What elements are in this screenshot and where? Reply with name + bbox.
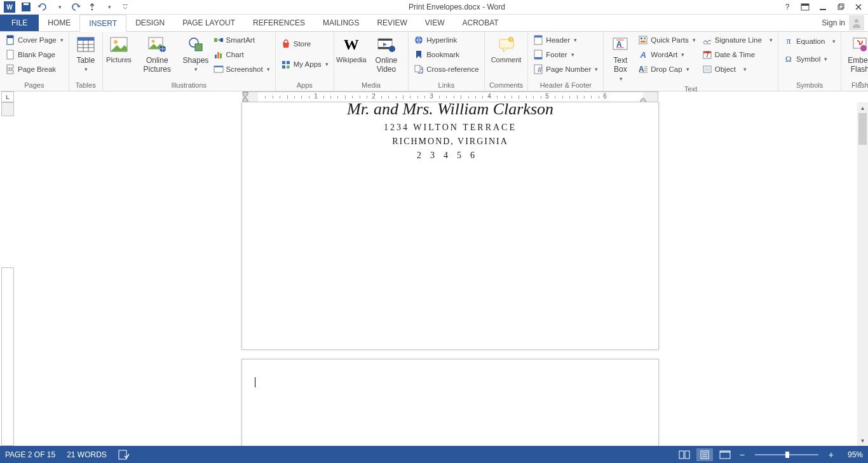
scroll-up-button[interactable]: ▴ xyxy=(857,102,868,113)
undo-button[interactable] xyxy=(36,1,50,13)
page-2[interactable] xyxy=(241,359,659,446)
zoom-slider-thumb[interactable] xyxy=(785,452,789,458)
embed-flash-button[interactable]: Embed Flash xyxy=(844,33,868,76)
tab-references[interactable]: REFERENCES xyxy=(244,15,314,31)
undo-dropdown[interactable]: ▾ xyxy=(52,1,66,13)
header-icon xyxy=(533,35,543,45)
zoom-out-button[interactable]: − xyxy=(737,450,747,460)
smartart-icon xyxy=(214,35,224,45)
date-time-button[interactable]: 7Date & Time xyxy=(700,48,775,62)
word-count[interactable]: 21 WORDS xyxy=(67,450,107,459)
page-break-button[interactable]: Page Break xyxy=(3,62,66,76)
tab-home[interactable]: HOME xyxy=(39,15,79,31)
bookmark-button[interactable]: Bookmark xyxy=(411,48,481,62)
zoom-slider[interactable] xyxy=(755,454,818,455)
drop-cap-button[interactable]: ADrop Cap▾ xyxy=(635,62,698,76)
quick-parts-button[interactable]: Quick Parts▾ xyxy=(635,33,698,47)
screenshot-button[interactable]: Screenshot▾ xyxy=(211,62,273,76)
touch-mode-button[interactable] xyxy=(85,1,99,13)
scroll-down-button[interactable]: ▾ xyxy=(857,435,868,446)
collapse-ribbon-button[interactable]: ⌃ xyxy=(857,80,864,90)
hyperlink-button[interactable]: Hyperlink xyxy=(411,33,481,47)
svg-rect-33 xyxy=(282,61,285,64)
symbol-label: Symbol xyxy=(796,55,820,63)
header-button[interactable]: Header▾ xyxy=(531,33,600,47)
titlebar-right: ? xyxy=(782,1,868,13)
cover-page-icon xyxy=(5,35,15,45)
online-pictures-button[interactable]: Online Pictures xyxy=(133,33,180,76)
group-media: WWikipedia Online Video Media xyxy=(334,32,409,91)
tab-mailings[interactable]: MAILINGS xyxy=(314,15,368,31)
svg-rect-34 xyxy=(287,61,290,64)
indent-marker-icon[interactable] xyxy=(241,91,249,104)
envelope-city-state[interactable]: RICHMOND, VIRGINIA xyxy=(242,137,658,147)
save-button[interactable] xyxy=(19,1,33,13)
store-button[interactable]: Store xyxy=(278,37,331,51)
tab-page-layout[interactable]: PAGE LAYOUT xyxy=(173,15,244,31)
hyperlink-icon xyxy=(414,35,424,45)
sign-in-link[interactable]: Sign in xyxy=(822,18,845,27)
avatar-icon[interactable] xyxy=(849,15,864,30)
text-box-button[interactable]: AText Box▾ xyxy=(606,33,634,84)
print-layout-button[interactable] xyxy=(696,448,713,461)
tab-review[interactable]: REVIEW xyxy=(368,15,416,31)
zoom-level[interactable]: 95% xyxy=(840,450,863,459)
spelling-status-icon[interactable] xyxy=(118,450,130,460)
word-icon[interactable]: W xyxy=(3,1,17,13)
close-button[interactable] xyxy=(853,1,864,13)
wikipedia-button[interactable]: WWikipedia xyxy=(337,33,366,65)
tab-file[interactable]: FILE xyxy=(0,15,39,31)
redo-button[interactable] xyxy=(69,1,83,13)
date-time-icon: 7 xyxy=(702,50,712,60)
touch-mode-dropdown[interactable]: ▾ xyxy=(102,1,116,13)
blank-page-button[interactable]: Blank Page xyxy=(3,48,66,62)
footer-button[interactable]: Footer▾ xyxy=(531,48,600,62)
status-bar: PAGE 2 OF 15 21 WORDS − + 95% xyxy=(0,446,868,463)
equation-button[interactable]: πEquation▾ xyxy=(781,34,838,48)
online-video-button[interactable]: Online Video xyxy=(367,33,406,76)
read-mode-button[interactable] xyxy=(676,448,693,461)
online-video-label: Online Video xyxy=(371,56,402,74)
page-number-button[interactable]: #Page Number▾ xyxy=(531,62,600,76)
horizontal-ruler[interactable]: 1 2 3 4 5 6 xyxy=(15,91,868,102)
symbol-button[interactable]: ΩSymbol▾ xyxy=(781,52,838,66)
table-button[interactable]: Table▾ xyxy=(72,33,100,75)
customize-qat-button[interactable] xyxy=(118,1,132,13)
envelope-address-line[interactable]: 1234 WILTON TERRACE xyxy=(242,123,658,133)
tab-design[interactable]: DESIGN xyxy=(126,15,173,31)
page-indicator[interactable]: PAGE 2 OF 15 xyxy=(5,450,55,459)
tab-selector[interactable]: L xyxy=(1,91,14,102)
comment-button[interactable]: Comment xyxy=(487,33,526,65)
ribbon-display-button[interactable] xyxy=(799,1,811,13)
media-group-label: Media xyxy=(337,80,405,91)
vertical-scrollbar[interactable]: ▴ ▾ xyxy=(857,102,868,446)
document-canvas[interactable]: Mr. and Mrs. William Clarkson 1234 WILTO… xyxy=(14,102,868,446)
shapes-button[interactable]: Shapes▾ xyxy=(182,33,209,75)
wordart-button[interactable]: AWordArt▾ xyxy=(635,48,698,62)
web-layout-button[interactable] xyxy=(717,448,733,461)
cover-page-button[interactable]: Cover Page▾ xyxy=(3,33,66,47)
object-button[interactable]: Object▾ xyxy=(700,62,775,76)
comments-group-label: Comments xyxy=(487,80,526,91)
chart-button[interactable]: Chart xyxy=(211,48,273,62)
minimize-button[interactable] xyxy=(817,1,829,13)
pictures-button[interactable]: Pictures xyxy=(105,33,132,65)
svg-rect-74 xyxy=(685,451,689,459)
group-apps: Store My Apps▾ Apps xyxy=(276,32,334,91)
tab-acrobat[interactable]: ACROBAT xyxy=(453,15,507,31)
envelope-recipient-name[interactable]: Mr. and Mrs. William Clarkson xyxy=(242,102,658,119)
cross-reference-button[interactable]: Cross-reference xyxy=(411,62,481,76)
page-1[interactable]: Mr. and Mrs. William Clarkson 1234 WILTO… xyxy=(241,102,659,350)
signature-line-button[interactable]: Signature Line▾ xyxy=(700,33,775,47)
restore-button[interactable] xyxy=(835,1,846,13)
tab-insert[interactable]: INSERT xyxy=(79,15,126,32)
tab-view[interactable]: VIEW xyxy=(416,15,454,31)
envelope-zip[interactable]: 23456 xyxy=(242,151,658,161)
my-apps-button[interactable]: My Apps▾ xyxy=(278,57,331,71)
vertical-ruler[interactable] xyxy=(1,102,14,446)
help-button[interactable]: ? xyxy=(782,1,793,13)
scroll-thumb[interactable] xyxy=(858,113,867,145)
zoom-in-button[interactable]: + xyxy=(826,450,836,460)
hyperlink-label: Hyperlink xyxy=(426,36,457,44)
smartart-button[interactable]: SmartArt xyxy=(211,33,273,47)
